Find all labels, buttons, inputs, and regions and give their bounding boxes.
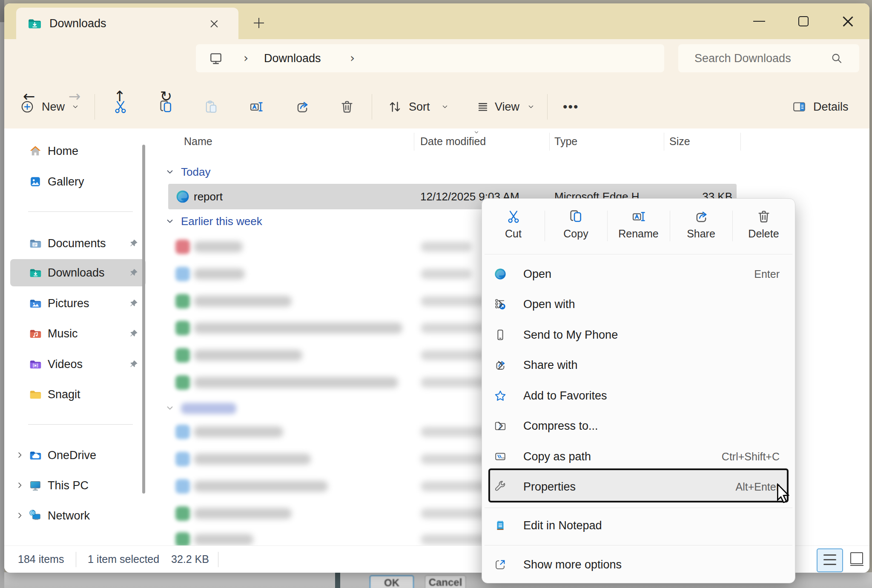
- selection-size: 32.2 KB: [171, 546, 209, 572]
- menu-item-add-to-favorites[interactable]: Add to Favorites: [482, 381, 795, 411]
- menu-item-copy-as-path[interactable]: Copy as pathCtrl+Shift+C: [482, 442, 795, 471]
- view-button[interactable]: View: [495, 85, 519, 128]
- quick-action-cut[interactable]: Cut: [482, 199, 545, 253]
- redacted-file-name: [194, 296, 292, 307]
- sidebar-item-downloads[interactable]: Downloads: [10, 259, 146, 286]
- chevron-down-icon[interactable]: [165, 167, 175, 177]
- file-type-icon: [175, 425, 190, 439]
- maximize-button[interactable]: [792, 9, 815, 33]
- sidebar-item-this-pc[interactable]: This PC: [10, 472, 146, 499]
- sidebar-item-network[interactable]: Network: [10, 502, 146, 529]
- menu-item-open[interactable]: OpenEnter: [482, 259, 795, 289]
- new-button[interactable]: New: [42, 85, 65, 128]
- column-header-type[interactable]: Type: [554, 128, 577, 154]
- file-type-icon: [175, 267, 190, 281]
- sort-button[interactable]: Sort: [409, 85, 430, 128]
- close-button[interactable]: [836, 9, 860, 33]
- column-header-name[interactable]: Name: [184, 128, 212, 154]
- rename-icon[interactable]: [249, 99, 264, 114]
- breadcrumb-separator-icon: ›: [350, 44, 355, 72]
- file-type-icon: [175, 479, 190, 494]
- redacted-file-date: [421, 269, 472, 279]
- menu-item-send-to-my-phone[interactable]: Send to My Phone: [482, 320, 795, 350]
- quick-action-delete[interactable]: Delete: [732, 199, 795, 253]
- sidebar-item-videos[interactable]: Videos: [10, 351, 146, 378]
- chevron-right-icon: [16, 451, 24, 459]
- sidebar-item-gallery[interactable]: Gallery: [10, 168, 146, 195]
- search-input[interactable]: Search Downloads: [678, 44, 859, 72]
- chevron-right-icon: [494, 420, 507, 432]
- quick-action-copy[interactable]: Copy: [545, 199, 607, 253]
- new-tab-button[interactable]: [250, 14, 267, 31]
- group-header[interactable]: Today: [181, 166, 210, 179]
- group-header[interactable]: Earlier this week: [181, 215, 262, 228]
- menu-item-label: Edit in Notepad: [523, 511, 602, 540]
- quick-action-divider: [732, 211, 733, 241]
- background-ok-button[interactable]: OK: [370, 575, 414, 588]
- background-cancel-button[interactable]: Cancel: [425, 575, 466, 588]
- tab-title: Downloads: [49, 8, 106, 39]
- quick-action-label: Share: [670, 228, 732, 240]
- monitor-icon[interactable]: [209, 51, 223, 66]
- redacted-file-name: [194, 323, 402, 334]
- menu-item-share-with[interactable]: Share with: [482, 350, 795, 380]
- sidebar-item-documents[interactable]: Documents: [10, 230, 146, 257]
- menu-item-edit-in-notepad[interactable]: Edit in Notepad: [482, 511, 795, 540]
- share-icon[interactable]: [295, 99, 310, 114]
- chevron-right-icon: [16, 481, 24, 489]
- sidebar-item-label: This PC: [48, 479, 89, 492]
- file-type-icon: [175, 294, 190, 308]
- menu-item-label: Send to My Phone: [523, 320, 618, 350]
- sidebar-scrollbar[interactable]: [142, 145, 145, 494]
- menu-item-show-more-options[interactable]: Show more options: [482, 550, 795, 579]
- delete-icon: [756, 209, 772, 224]
- breadcrumb[interactable]: › Downloads ›: [196, 44, 664, 72]
- tab-close-button[interactable]: [207, 17, 221, 31]
- chevron-down-icon[interactable]: [165, 217, 175, 226]
- redacted-file-date: [421, 323, 487, 333]
- sidebar-item-music[interactable]: Music: [10, 320, 146, 347]
- sidebar-item-label: Snagit: [48, 388, 80, 401]
- more-options-button[interactable]: •••: [563, 85, 579, 128]
- details-view-toggle[interactable]: [817, 548, 843, 572]
- rename-icon: [631, 209, 646, 224]
- menu-item-label: Copy as path: [523, 442, 591, 471]
- sidebar-item-label: Music: [48, 327, 78, 340]
- menu-item-label: Compress to...: [523, 411, 598, 441]
- quick-action-divider: [670, 211, 670, 241]
- quick-action-share[interactable]: Share: [670, 199, 732, 253]
- menu-item-label: Share with: [523, 350, 578, 380]
- menu-item-properties[interactable]: PropertiesAlt+Enter: [482, 472, 795, 502]
- breadcrumb-item-downloads[interactable]: Downloads: [264, 44, 321, 72]
- sidebar-item-pictures[interactable]: Pictures: [10, 290, 146, 317]
- notepad-icon: [494, 519, 507, 532]
- delete-icon[interactable]: [339, 99, 355, 114]
- icons-view-toggle[interactable]: [848, 551, 865, 568]
- chevron-down-icon: [72, 103, 79, 111]
- details-button[interactable]: Details: [813, 85, 849, 128]
- copy-icon[interactable]: [158, 99, 174, 114]
- menu-item-label: Add to Favorites: [523, 381, 607, 411]
- menu-item-open-with[interactable]: Open with: [482, 289, 795, 319]
- redacted-file-name: [194, 268, 245, 280]
- home-icon: [29, 145, 42, 157]
- search-icon[interactable]: [830, 52, 843, 65]
- minimize-button[interactable]: [748, 9, 772, 33]
- sidebar-item-onedrive[interactable]: OneDrive: [10, 442, 146, 469]
- pin-icon: [129, 298, 139, 308]
- quick-action-divider: [607, 211, 608, 241]
- sidebar-item-home[interactable]: Home: [10, 137, 146, 165]
- column-header-size[interactable]: Size: [669, 128, 690, 154]
- menu-item-shortcut: Enter: [754, 259, 780, 289]
- paste-icon[interactable]: [204, 99, 219, 114]
- folder-downloads-icon: [29, 266, 42, 279]
- screen-left-edge: [0, 0, 4, 588]
- tab-downloads[interactable]: Downloads: [16, 8, 238, 39]
- sidebar-item-snagit[interactable]: Snagit: [10, 381, 146, 408]
- cut-icon[interactable]: [113, 99, 128, 114]
- chevron-down-icon[interactable]: [165, 403, 175, 413]
- menu-item-compress-to[interactable]: Compress to...: [482, 411, 795, 441]
- redacted-file-date: [421, 377, 487, 388]
- quick-action-rename[interactable]: Rename: [607, 199, 670, 253]
- chevron-down-icon: [527, 103, 535, 111]
